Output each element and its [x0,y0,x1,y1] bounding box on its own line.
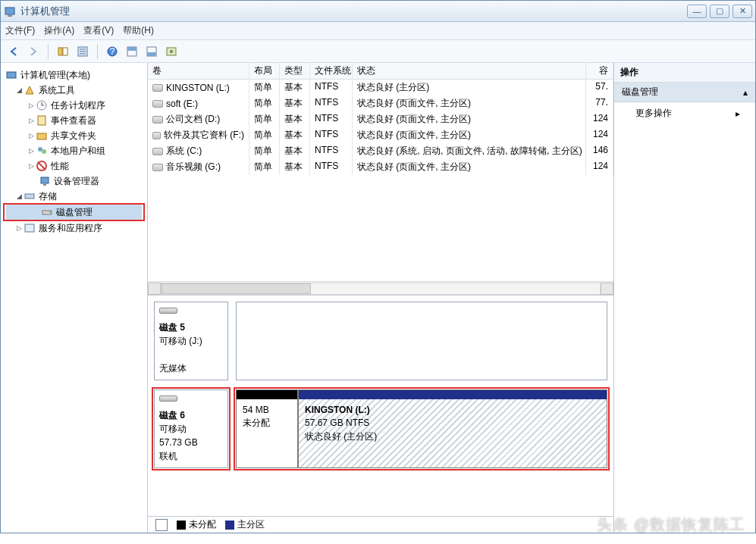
table-row[interactable]: 公司文档 (D:)简单基本NTFS状态良好 (页面文件, 主分区)124 [148,111,613,127]
tree-shared-folders[interactable]: ▷共享文件夹 [4,128,144,143]
chevron-right-icon: ▸ [736,108,740,119]
tree-pane[interactable]: 计算机管理(本地) ◢系统工具 ▷任务计划程序 ▷事件查看器 ▷共享文件夹 ▷本… [1,63,148,533]
disk-6-block: 磁盘 6 可移动 57.73 GB 联机 54 MB 未分配 [154,389,607,468]
window-title: 计算机管理 [20,5,687,18]
svg-rect-21 [37,133,46,139]
svg-point-23 [42,149,46,154]
tree-event-viewer[interactable]: ▷事件查看器 [4,113,144,128]
tree-disk-mgmt-highlight: 磁盘管理 [3,203,145,221]
table-row[interactable]: KINGSTON (L:)简单基本NTFS状态良好 (主分区)57. [148,80,613,95]
view-top-icon[interactable] [124,43,140,60]
maximize-button[interactable]: ▢ [710,5,729,18]
svg-rect-28 [25,194,34,199]
minimize-button[interactable]: — [687,5,707,18]
collapse-icon[interactable]: ▴ [743,87,748,98]
svg-rect-27 [43,184,46,186]
menu-view[interactable]: 查看(V) [83,24,114,37]
body-area: 计算机管理(本地) ◢系统工具 ▷任务计划程序 ▷事件查看器 ▷共享文件夹 ▷本… [1,63,755,533]
disk-5-block: 磁盘 5 可移动 (J:) 无媒体 [154,302,607,380]
titlebar: 计算机管理 — ▢ ✕ [1,1,755,22]
col-capacity[interactable]: 容 [586,63,613,79]
tree-disk-management[interactable]: 磁盘管理 [6,205,142,220]
col-type[interactable]: 类型 [280,63,310,79]
drive-icon [152,84,163,92]
table-row[interactable]: 系统 (C:)简单基本NTFS状态良好 (系统, 启动, 页面文件, 活动, 故… [148,143,613,159]
drive-icon [152,100,163,108]
svg-rect-11 [127,47,136,51]
properties-icon[interactable] [74,43,91,60]
svg-rect-26 [41,177,49,183]
menu-help[interactable]: 帮助(H) [123,24,154,37]
app-icon [4,5,16,17]
legend-bar: 未分配 主分区 [148,516,613,533]
col-layout[interactable]: 布局 [249,63,280,79]
actions-group[interactable]: 磁盘管理 ▴ [614,83,755,102]
disk-6-unallocated[interactable]: 54 MB 未分配 [236,389,298,468]
volume-header[interactable]: 卷 布局 类型 文件系统 状态 容 [148,63,613,80]
close-button[interactable]: ✕ [732,5,752,18]
scroll-right-button[interactable] [601,283,613,295]
legend-tab-icon[interactable] [155,519,168,531]
tree-task-scheduler[interactable]: ▷任务计划程序 [4,98,144,113]
svg-rect-0 [5,8,14,14]
view-bottom-icon[interactable] [143,43,160,60]
center-pane: 卷 布局 类型 文件系统 状态 容 KINGSTON (L:)简单基本NTFS状… [148,63,614,533]
drive-icon [152,148,163,155]
disk-6-header[interactable]: 磁盘 6 可移动 57.73 GB 联机 [154,389,228,468]
disk-6-partition-kingston[interactable]: KINGSTON (L:) 57.67 GB NTFS 状态良好 (主分区) [298,389,607,468]
actions-more[interactable]: 更多操作 ▸ [614,102,755,124]
settings-icon[interactable] [163,43,180,60]
disk-5-body[interactable] [236,302,607,380]
table-row[interactable]: 软件及其它资料 (F:)简单基本NTFS状态良好 (页面文件, 主分区)124 [148,127,613,143]
back-button[interactable] [5,43,22,60]
disk-icon [159,308,177,314]
show-hide-icon[interactable] [55,43,71,60]
menubar: 文件(F) 操作(A) 查看(V) 帮助(H) [1,22,755,40]
svg-line-25 [38,162,45,170]
drive-icon [152,132,161,139]
tree-root[interactable]: 计算机管理(本地) [4,67,144,83]
svg-rect-13 [147,52,156,56]
col-fs[interactable]: 文件系统 [310,63,353,79]
col-status[interactable]: 状态 [353,63,586,79]
scroll-thumb[interactable] [162,283,311,294]
watermark: 头条 @数据恢复陈工 [597,514,745,535]
svg-rect-2 [58,48,62,55]
app-window: 计算机管理 — ▢ ✕ 文件(F) 操作(A) 查看(V) 帮助(H) ? 计算… [0,0,756,533]
tree-services[interactable]: ▷服务和应用程序 [4,220,144,236]
forward-button[interactable] [25,43,42,60]
tree-system-tools[interactable]: ◢系统工具 [4,83,144,98]
tree-performance[interactable]: ▷性能 [4,158,144,174]
volume-table: 卷 布局 类型 文件系统 状态 容 KINGSTON (L:)简单基本NTFS状… [148,63,613,295]
tree-storage[interactable]: ◢存储 [4,189,144,204]
col-volume[interactable]: 卷 [148,63,249,79]
svg-rect-16 [7,72,16,78]
toolbar: ? [1,40,755,63]
disk-6-body: 54 MB 未分配 KINGSTON (L:) 57.67 GB NTFS 状态… [236,389,607,468]
svg-point-15 [170,50,173,53]
svg-rect-1 [8,15,12,17]
legend-unallocated: 未分配 [177,518,216,531]
tree-local-users[interactable]: ▷本地用户和组 [4,143,144,158]
tree-device-manager[interactable]: 设备管理器 [4,174,144,189]
svg-rect-3 [63,48,67,55]
svg-point-22 [38,147,42,152]
actions-title: 操作 [614,63,755,83]
table-row[interactable]: 音乐视频 (G:)简单基本NTFS状态良好 (页面文件, 主分区)124 [148,159,613,175]
menu-action[interactable]: 操作(A) [44,24,74,37]
svg-text:?: ? [110,46,115,57]
scroll-left-button[interactable] [148,283,161,295]
disk-5-header[interactable]: 磁盘 5 可移动 (J:) 无媒体 [154,302,228,380]
legend-primary: 主分区 [225,518,265,531]
help-icon[interactable]: ? [104,43,121,60]
table-row[interactable]: soft (E:)简单基本NTFS状态良好 (页面文件, 主分区)77. [148,95,613,111]
actions-pane: 操作 磁盘管理 ▴ 更多操作 ▸ [614,63,755,533]
svg-rect-20 [38,116,45,125]
drive-icon [152,164,163,171]
svg-rect-31 [25,224,34,232]
menu-file[interactable]: 文件(F) [5,24,35,37]
volume-hscroll[interactable] [148,281,613,295]
disk-graphical-area[interactable]: 磁盘 5 可移动 (J:) 无媒体 磁盘 6 可移动 57.73 GB 联机 [148,295,613,516]
drive-icon [152,116,163,123]
disk-icon [159,395,177,402]
